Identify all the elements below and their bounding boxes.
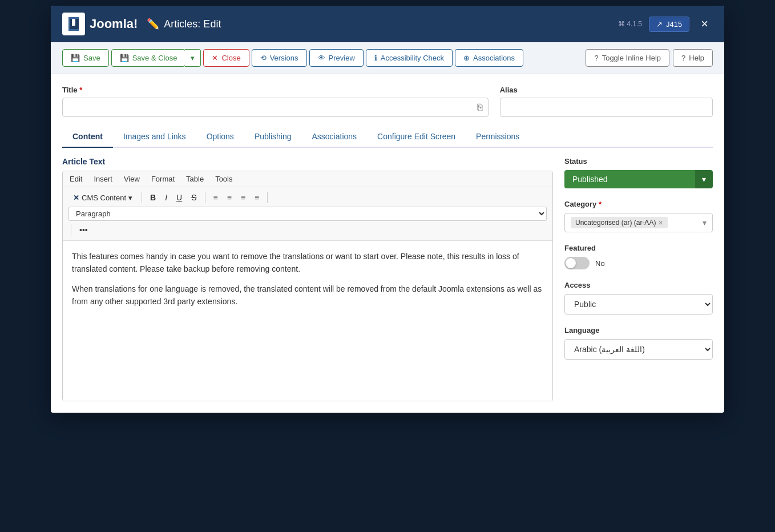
category-label: Category * bbox=[564, 200, 713, 208]
version-badge: ⌘ 4.1.5 bbox=[618, 20, 642, 28]
toggle-group: No bbox=[564, 257, 713, 269]
title-input-wrapper: Welcome to JA Multilingual update (ar) ⎘ bbox=[62, 98, 489, 117]
article-text-label: Article Text bbox=[62, 157, 553, 166]
featured-toggle[interactable] bbox=[564, 257, 590, 269]
featured-toggle-label: No bbox=[595, 259, 605, 268]
access-select[interactable]: Public bbox=[564, 294, 713, 315]
save-dropdown-button[interactable]: ▾ bbox=[185, 49, 201, 67]
cms-icon: ✕ bbox=[73, 194, 79, 202]
edit-icon: ✏️ bbox=[147, 18, 159, 30]
category-section: Category * Uncategorised (ar) (ar-AA) × … bbox=[564, 200, 713, 232]
close-button[interactable]: ✕ Close bbox=[203, 49, 249, 67]
associations-button[interactable]: ⊕ Associations bbox=[455, 49, 523, 67]
versions-icon: ⟲ bbox=[260, 54, 267, 62]
access-label: Access bbox=[564, 281, 713, 289]
header-left: Joomla! ✏️ Articles: Edit bbox=[62, 13, 221, 35]
editor-content[interactable]: This features comes handy in case you wa… bbox=[63, 241, 552, 401]
language-label: Language bbox=[564, 326, 713, 334]
content-layout: Article Text Edit Insert View Format Tab… bbox=[62, 157, 713, 401]
content-tabs: Content Images and Links Options Publish… bbox=[62, 126, 713, 148]
modal-header: Joomla! ✏️ Articles: Edit ⌘ 4.1.5 ↗ J415… bbox=[51, 6, 724, 42]
editor-paragraph-2: When translations for one language is re… bbox=[72, 283, 543, 308]
toggle-inline-help-button[interactable]: ? Toggle Inline Help bbox=[586, 49, 669, 67]
language-select[interactable]: Arabic (اللغة العربية) bbox=[564, 339, 713, 360]
editor-container: Edit Insert View Format Table Tools ✕ CM… bbox=[62, 171, 553, 401]
joomla-text: Joomla! bbox=[90, 17, 138, 31]
align-justify-button[interactable]: ≡ bbox=[251, 191, 263, 204]
title-label: Title * bbox=[62, 86, 489, 94]
save-icon: 💾 bbox=[71, 54, 80, 62]
save-close-icon: 💾 bbox=[120, 54, 129, 62]
editor-menu-format[interactable]: Format bbox=[151, 175, 175, 183]
tab-permissions[interactable]: Permissions bbox=[466, 126, 530, 148]
bold-button[interactable]: B bbox=[147, 191, 159, 204]
align-right-button[interactable]: ≡ bbox=[237, 191, 249, 204]
alias-group: Alias test-ar bbox=[500, 86, 713, 117]
toolbar-right: ? Toggle Inline Help ? Help bbox=[586, 49, 713, 67]
associations-icon: ⊕ bbox=[463, 54, 470, 62]
j415-badge[interactable]: ↗ J415 bbox=[649, 17, 689, 32]
editor-toolbar: ✕ CMS Content ▾ B I U S ≡ ≡ bbox=[63, 187, 552, 241]
alias-label: Alias bbox=[500, 86, 713, 94]
tab-content[interactable]: Content bbox=[62, 126, 113, 148]
status-select[interactable]: Published bbox=[564, 170, 695, 188]
versions-button[interactable]: ⟲ Versions bbox=[252, 49, 307, 67]
editor-menubar: Edit Insert View Format Table Tools bbox=[63, 171, 552, 187]
title-alias-row: Title * Welcome to JA Multilingual updat… bbox=[62, 86, 713, 117]
featured-section: Featured No bbox=[564, 244, 713, 269]
tab-associations[interactable]: Associations bbox=[301, 126, 367, 148]
strikethrough-button[interactable]: S bbox=[188, 191, 200, 204]
question-icon-inline: ? bbox=[594, 54, 598, 62]
access-section: Access Public bbox=[564, 281, 713, 315]
tab-options[interactable]: Options bbox=[196, 126, 244, 148]
editor-menu-view[interactable]: View bbox=[124, 175, 140, 183]
toolbar: 💾 Save 💾 Save & Close ▾ ✕ Close ⟲ Versio… bbox=[51, 42, 724, 74]
cms-dropdown-icon: ▾ bbox=[128, 194, 132, 202]
cms-content-button[interactable]: ✕ CMS Content ▾ bbox=[68, 191, 137, 204]
underline-button[interactable]: U bbox=[173, 191, 185, 204]
editor-menu-insert[interactable]: Insert bbox=[94, 175, 112, 183]
category-remove-btn[interactable]: × bbox=[658, 218, 663, 227]
toolbar-separator-4 bbox=[71, 224, 71, 236]
paragraph-select[interactable]: Paragraph bbox=[68, 207, 547, 221]
editor-area: Article Text Edit Insert View Format Tab… bbox=[62, 157, 553, 401]
alias-input[interactable]: test-ar bbox=[500, 98, 713, 117]
status-group: Published ▾ bbox=[564, 170, 713, 188]
align-center-button[interactable]: ≡ bbox=[224, 191, 235, 204]
title-input[interactable]: Welcome to JA Multilingual update (ar) bbox=[62, 98, 489, 117]
tab-publishing[interactable]: Publishing bbox=[244, 126, 302, 148]
save-button[interactable]: 💾 Save bbox=[62, 49, 109, 67]
align-left-button[interactable]: ≡ bbox=[210, 191, 221, 204]
close-icon: ✕ bbox=[212, 54, 218, 62]
tab-configure-edit-screen[interactable]: Configure Edit Screen bbox=[367, 126, 466, 148]
save-close-button[interactable]: 💾 Save & Close bbox=[111, 49, 186, 67]
editor-menu-table[interactable]: Table bbox=[186, 175, 204, 183]
editor-menu-edit[interactable]: Edit bbox=[70, 175, 82, 183]
external-link-icon: ↗ bbox=[656, 20, 663, 29]
joomla-logo-icon bbox=[62, 13, 85, 35]
italic-button[interactable]: I bbox=[162, 191, 171, 204]
toolbar-separator-2 bbox=[205, 192, 205, 203]
featured-label: Featured bbox=[564, 244, 713, 252]
modal-close-button[interactable]: × bbox=[696, 15, 713, 33]
modal-body: Title * Welcome to JA Multilingual updat… bbox=[51, 74, 724, 413]
editor-menu-tools[interactable]: Tools bbox=[215, 175, 232, 183]
title-group: Title * Welcome to JA Multilingual updat… bbox=[62, 86, 489, 117]
preview-icon: 👁 bbox=[318, 54, 325, 62]
preview-button[interactable]: 👁 Preview bbox=[309, 49, 364, 67]
accessibility-icon: ℹ bbox=[374, 54, 377, 62]
help-button[interactable]: ? Help bbox=[673, 49, 713, 67]
editor-paragraph-1: This features comes handy in case you wa… bbox=[72, 250, 543, 276]
language-section: Language Arabic (اللغة العربية) bbox=[564, 326, 713, 360]
category-tag: Uncategorised (ar) (ar-AA) × bbox=[571, 217, 668, 228]
required-marker: * bbox=[79, 86, 82, 94]
accessibility-button[interactable]: ℹ Accessibility Check bbox=[366, 49, 453, 67]
category-input[interactable]: Uncategorised (ar) (ar-AA) × ▾ bbox=[564, 213, 713, 232]
toolbar-separator-3 bbox=[267, 192, 268, 203]
toolbar-separator-1 bbox=[142, 192, 142, 203]
status-section: Status Published ▾ bbox=[564, 157, 713, 188]
status-dropdown-button[interactable]: ▾ bbox=[695, 170, 713, 188]
more-options-button[interactable]: ••• bbox=[76, 223, 91, 237]
tab-images-links[interactable]: Images and Links bbox=[113, 126, 196, 148]
sidebar-area: Status Published ▾ Category * bbox=[564, 157, 713, 401]
